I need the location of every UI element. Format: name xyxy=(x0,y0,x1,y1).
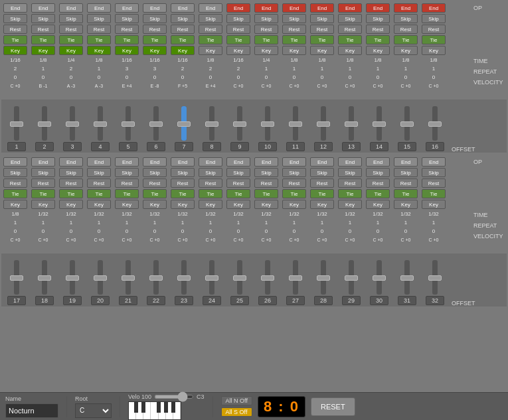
end-btn-15[interactable]: End xyxy=(422,3,446,13)
rest-btn-3[interactable]: Rest xyxy=(87,25,111,34)
rest-btn-12[interactable]: Rest xyxy=(338,178,362,188)
slider-thumb-3[interactable] xyxy=(94,121,107,127)
key-btn-12[interactable]: Key xyxy=(338,46,362,55)
slider-thumb-9[interactable] xyxy=(261,275,274,281)
tie-btn-8[interactable]: Tie xyxy=(226,189,250,198)
slider-thumb-15[interactable] xyxy=(428,275,442,281)
end-btn-13[interactable]: End xyxy=(366,157,390,167)
all-s-off-button[interactable]: All S Off xyxy=(221,407,252,417)
end-btn-7[interactable]: End xyxy=(199,3,222,13)
end-btn-4[interactable]: End xyxy=(115,157,139,167)
skip-btn-15[interactable]: Skip xyxy=(422,168,446,177)
key-btn-15[interactable]: Key xyxy=(422,200,446,209)
key-btn-4[interactable]: Key xyxy=(115,200,139,209)
key-btn-13[interactable]: Key xyxy=(366,200,390,209)
key-btn-5[interactable]: Key xyxy=(143,200,167,209)
end-btn-14[interactable]: End xyxy=(394,157,418,167)
tie-btn-12[interactable]: Tie xyxy=(338,35,362,44)
rest-btn-13[interactable]: Rest xyxy=(366,25,390,34)
key-btn-13[interactable]: Key xyxy=(366,46,390,55)
slider-thumb-14[interactable] xyxy=(400,121,414,127)
rest-btn-2[interactable]: Rest xyxy=(59,25,83,34)
end-btn-12[interactable]: End xyxy=(338,157,362,167)
tie-btn-1[interactable]: Tie xyxy=(31,189,55,198)
tie-btn-5[interactable]: Tie xyxy=(143,189,167,198)
end-btn-6[interactable]: End xyxy=(171,3,195,13)
skip-btn-12[interactable]: Skip xyxy=(338,168,362,177)
slider-thumb-11[interactable] xyxy=(317,275,330,281)
key-btn-1[interactable]: Key xyxy=(31,46,55,55)
slider-thumb-6[interactable] xyxy=(177,275,191,281)
end-btn-13[interactable]: End xyxy=(366,3,390,13)
tie-btn-10[interactable]: Tie xyxy=(282,189,306,198)
rest-btn-11[interactable]: Rest xyxy=(310,25,334,34)
key-btn-10[interactable]: Key xyxy=(282,46,306,55)
slider-thumb-14[interactable] xyxy=(400,275,414,281)
piano-key-as[interactable] xyxy=(171,402,175,413)
tie-btn-1[interactable]: Tie xyxy=(31,35,55,44)
tie-btn-11[interactable]: Tie xyxy=(310,189,334,198)
end-btn-5[interactable]: End xyxy=(143,157,167,167)
skip-btn-2[interactable]: Skip xyxy=(59,168,83,177)
tie-btn-2[interactable]: Tie xyxy=(59,189,83,198)
key-btn-11[interactable]: Key xyxy=(310,200,334,209)
rest-btn-1[interactable]: Rest xyxy=(31,25,55,34)
rest-btn-12[interactable]: Rest xyxy=(338,25,362,34)
skip-btn-11[interactable]: Skip xyxy=(310,168,334,177)
key-btn-14[interactable]: Key xyxy=(394,200,418,209)
skip-btn-9[interactable]: Skip xyxy=(254,14,278,23)
slider-thumb-2[interactable] xyxy=(66,121,79,127)
tie-btn-15[interactable]: Tie xyxy=(422,35,446,44)
rest-btn-9[interactable]: Rest xyxy=(254,25,278,34)
slider-thumb-1[interactable] xyxy=(38,275,51,281)
tie-btn-8[interactable]: Tie xyxy=(226,35,250,44)
tie-btn-0[interactable]: Tie xyxy=(3,35,27,44)
skip-btn-6[interactable]: Skip xyxy=(171,14,195,23)
piano-key-ds[interactable] xyxy=(141,402,145,413)
tie-btn-10[interactable]: Tie xyxy=(282,35,306,44)
skip-btn-0[interactable]: Skip xyxy=(3,14,27,23)
key-btn-8[interactable]: Key xyxy=(226,46,250,55)
rest-btn-6[interactable]: Rest xyxy=(171,178,195,188)
velo-slider[interactable] xyxy=(154,395,194,399)
slider-thumb-4[interactable] xyxy=(122,275,135,281)
end-btn-11[interactable]: End xyxy=(310,157,334,167)
tie-btn-9[interactable]: Tie xyxy=(254,35,278,44)
tie-btn-2[interactable]: Tie xyxy=(59,35,83,44)
skip-btn-13[interactable]: Skip xyxy=(366,14,390,23)
key-btn-6[interactable]: Key xyxy=(171,200,195,209)
key-btn-15[interactable]: Key xyxy=(422,46,446,55)
rest-btn-0[interactable]: Rest xyxy=(3,178,27,188)
slider-thumb-7[interactable] xyxy=(205,121,218,127)
key-btn-3[interactable]: Key xyxy=(87,200,111,209)
skip-btn-11[interactable]: Skip xyxy=(310,14,334,23)
slider-thumb-0[interactable] xyxy=(10,275,23,281)
rest-btn-14[interactable]: Rest xyxy=(394,25,418,34)
end-btn-2[interactable]: End xyxy=(59,3,83,13)
skip-btn-5[interactable]: Skip xyxy=(143,168,167,177)
end-btn-9[interactable]: End xyxy=(254,157,278,167)
root-select[interactable]: CC#DD# EFF#G G#AA#B xyxy=(75,403,112,418)
rest-btn-13[interactable]: Rest xyxy=(366,178,390,188)
skip-btn-14[interactable]: Skip xyxy=(394,168,418,177)
slider-thumb-9[interactable] xyxy=(261,121,274,127)
end-btn-8[interactable]: End xyxy=(226,157,250,167)
tie-btn-7[interactable]: Tie xyxy=(199,35,222,44)
end-btn-9[interactable]: End xyxy=(254,3,278,13)
skip-btn-5[interactable]: Skip xyxy=(143,14,167,23)
end-btn-14[interactable]: End xyxy=(394,3,418,13)
slider-thumb-5[interactable] xyxy=(149,121,163,127)
rest-btn-3[interactable]: Rest xyxy=(87,178,111,188)
skip-btn-13[interactable]: Skip xyxy=(366,168,390,177)
skip-btn-7[interactable]: Skip xyxy=(199,14,222,23)
slider-thumb-4[interactable] xyxy=(122,121,135,127)
rest-btn-0[interactable]: Rest xyxy=(3,25,27,34)
reset-button[interactable]: RESET xyxy=(311,397,355,416)
slider-thumb-3[interactable] xyxy=(94,275,107,281)
skip-btn-10[interactable]: Skip xyxy=(282,168,306,177)
tie-btn-6[interactable]: Tie xyxy=(171,35,195,44)
skip-btn-8[interactable]: Skip xyxy=(226,168,250,177)
tie-btn-12[interactable]: Tie xyxy=(338,189,362,198)
tie-btn-14[interactable]: Tie xyxy=(394,189,418,198)
slider-thumb-13[interactable] xyxy=(373,121,386,127)
